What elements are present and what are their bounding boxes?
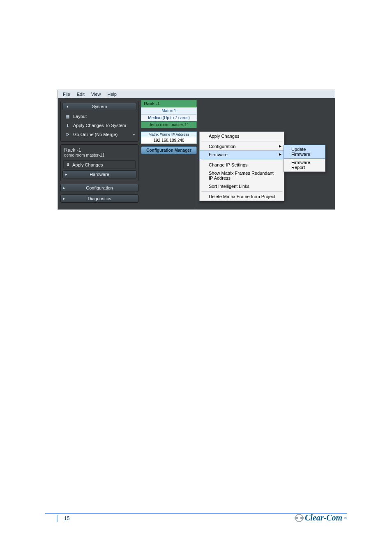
menu-separator bbox=[201, 160, 282, 160]
hardware-panel-header[interactable]: ▸ Hardware bbox=[62, 170, 136, 178]
app-window: File Edit View Help ▾ System ▦ Layout ⬇ … bbox=[58, 90, 335, 210]
context-menu: Apply Changes Configuration ▶ Firmware ▶… bbox=[199, 132, 284, 201]
system-panel-header[interactable]: ▾ System bbox=[62, 103, 136, 110]
ctx-firmware-label: Firmware bbox=[209, 152, 228, 157]
configuration-panel-title: Configuration bbox=[86, 185, 113, 190]
layout-icon: ▦ bbox=[64, 113, 71, 120]
submenu-arrow-icon: ▶ bbox=[279, 144, 281, 148]
matrix-cards-field[interactable]: Median (Up to 7 cards) bbox=[141, 114, 197, 121]
rack-detail-column: Rack -1 Matrix 1 Median (Up to 7 cards) … bbox=[141, 98, 197, 209]
sidebar-item-layout[interactable]: ▦ Layout bbox=[62, 112, 136, 121]
sidebar-item-label: Layout bbox=[73, 114, 87, 119]
page-number: 15 bbox=[57, 515, 69, 522]
dropdown-arrow-icon: ▾ bbox=[133, 133, 135, 136]
ctx-apply-changes[interactable]: Apply Changes bbox=[200, 132, 284, 140]
ctx-sort-links[interactable]: Sort Intelligent Links bbox=[200, 182, 284, 190]
ctx-configuration[interactable]: Configuration ▶ bbox=[200, 142, 284, 150]
ctx-show-redundant[interactable]: Show Matrix Frames Redundant IP Address bbox=[200, 169, 284, 182]
configuration-manager-button[interactable]: Configuration Manager bbox=[141, 146, 197, 154]
caret-right-icon: ▸ bbox=[63, 197, 65, 201]
menu-help[interactable]: Help bbox=[104, 92, 120, 97]
ctx-configuration-label: Configuration bbox=[209, 144, 235, 149]
rack-panel: Rack -1 demo room master-11 ⬇ Apply Chan… bbox=[60, 144, 138, 181]
menu-separator bbox=[201, 191, 282, 192]
submenu-update-firmware[interactable]: Update Firmware bbox=[284, 145, 325, 159]
apply-changes-label: Apply Changes bbox=[72, 162, 103, 167]
sync-icon: ⟳ bbox=[64, 131, 71, 138]
registered-mark: ® bbox=[344, 516, 347, 520]
sidebar-item-go-online[interactable]: ⟳ Go Online (No Merge) ▾ bbox=[62, 130, 136, 139]
matrix-room-field[interactable]: demo room master-11 bbox=[141, 121, 197, 128]
matrix-name-field[interactable]: Matrix 1 bbox=[141, 107, 197, 114]
system-panel: ▾ System ▦ Layout ⬇ Apply Changes To Sys… bbox=[60, 101, 138, 142]
brand-name: Clear-Com bbox=[305, 513, 342, 523]
ip-address-value[interactable]: 192.168.109.240 bbox=[141, 137, 197, 144]
ctx-delete-frame[interactable]: Delete Matrix Frame from Project bbox=[200, 192, 284, 201]
system-panel-title: System bbox=[92, 104, 107, 109]
download-icon: ⬇ bbox=[64, 122, 71, 129]
brand-logo: Clear-Com® bbox=[295, 513, 347, 523]
menu-file[interactable]: File bbox=[60, 92, 74, 97]
download-icon: ⬇ bbox=[66, 162, 70, 167]
rack-panel-subtitle: demo room master-11 bbox=[62, 153, 136, 159]
ip-address-label: Matrix Frame IP Address bbox=[141, 132, 197, 137]
hardware-panel-title: Hardware bbox=[90, 172, 109, 177]
submenu-firmware-report[interactable]: Firmware Report bbox=[284, 158, 325, 171]
caret-right-icon: ▸ bbox=[65, 172, 67, 176]
caret-right-icon: ▸ bbox=[63, 186, 65, 190]
diagnostics-panel-header[interactable]: ▸ Diagnostics bbox=[60, 194, 138, 203]
firmware-submenu: Update Firmware Firmware Report bbox=[284, 145, 325, 172]
submenu-arrow-icon: ▶ bbox=[279, 153, 281, 156]
left-panel-column: ▾ System ▦ Layout ⬇ Apply Changes To Sys… bbox=[58, 98, 141, 209]
sidebar-item-apply-changes-system[interactable]: ⬇ Apply Changes To System bbox=[62, 121, 136, 130]
sidebar-item-label: Go Online (No Merge) bbox=[73, 132, 118, 137]
rack-title-bar[interactable]: Rack -1 bbox=[141, 100, 197, 107]
menu-edit[interactable]: Edit bbox=[74, 92, 88, 97]
menu-separator bbox=[201, 141, 282, 141]
ctx-change-ip[interactable]: Change IP Settings bbox=[200, 161, 284, 169]
caret-down-icon: ▾ bbox=[65, 104, 69, 109]
apply-changes-button[interactable]: ⬇ Apply Changes bbox=[63, 160, 136, 169]
rack-panel-title: Rack -1 bbox=[62, 146, 136, 153]
ctx-firmware[interactable]: Firmware ▶ bbox=[199, 150, 284, 159]
configuration-panel-header[interactable]: ▸ Configuration bbox=[60, 184, 138, 192]
menu-bar: File Edit View Help bbox=[58, 90, 335, 98]
logo-icon bbox=[295, 514, 303, 522]
menu-view[interactable]: View bbox=[88, 92, 104, 97]
sidebar-item-label: Apply Changes To System bbox=[73, 123, 126, 128]
diagnostics-panel-title: Diagnostics bbox=[88, 196, 111, 201]
